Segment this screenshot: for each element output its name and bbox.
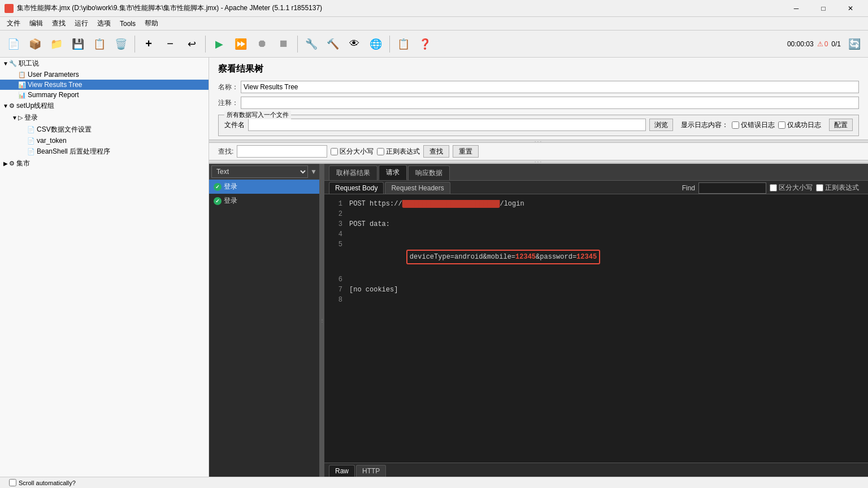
search-input[interactable] <box>237 145 327 158</box>
record-button[interactable]: ⏺ <box>252 34 272 54</box>
template-button[interactable]: 📦 <box>25 34 45 54</box>
tree-item-user-params[interactable]: 📋 User Parameters <box>0 69 209 80</box>
delete-button[interactable]: 🗑️ <box>111 34 131 54</box>
case-sensitive-check[interactable]: 区分大小写 <box>331 147 374 156</box>
item-icon: 📋 <box>18 71 26 79</box>
menu-run[interactable]: 运行 <box>70 17 93 30</box>
item-icon: 📄 <box>27 126 35 133</box>
start-button[interactable]: ▶ <box>209 34 229 54</box>
scroll-auto-check[interactable]: Scroll automatically? <box>9 479 76 486</box>
tree-item-summary-report[interactable]: 📊 Summary Report <box>0 90 209 100</box>
comment-label: 注释： <box>218 98 241 108</box>
file-input[interactable] <box>248 119 646 131</box>
new-button[interactable]: 📄 <box>3 34 24 54</box>
undo-button[interactable]: ↩ <box>181 34 202 54</box>
separator-2 <box>205 36 206 53</box>
find-input[interactable] <box>698 182 766 194</box>
tree-item-setup-group[interactable]: ▼ ⚙ setUp线程组 <box>0 100 209 112</box>
menu-edit[interactable]: 编辑 <box>25 17 47 30</box>
window-title: 集市性能脚本.jmx (D:\yibo\work\9.集市\性能脚本\集市性能脚… <box>17 3 783 13</box>
bottom-tab-raw[interactable]: Raw <box>329 465 355 477</box>
code-line-6: 6 <box>324 274 868 285</box>
maximize-button[interactable]: □ <box>810 0 836 17</box>
tab-response-data[interactable]: 响应数据 <box>408 165 450 180</box>
options-button[interactable]: 📋 <box>393 34 414 54</box>
inner-tab-request-body[interactable]: Request Body <box>329 182 384 194</box>
add-button[interactable]: + <box>138 34 159 54</box>
tree-item-view-results-tree[interactable]: 📊 View Results Tree <box>0 80 209 90</box>
line-num-6: 6 <box>329 274 342 285</box>
stop-button[interactable]: ⏹ <box>274 34 294 54</box>
menu-file[interactable]: 文件 <box>2 17 25 30</box>
mobile-num: 12345 <box>515 253 536 261</box>
comment-input[interactable] <box>241 97 859 109</box>
only-error-label: 仅错误日志 <box>741 120 775 130</box>
tree-item-login-group[interactable]: ▼ ▷ 登录 <box>0 112 209 124</box>
list-entry-1[interactable]: ✓ 登录 <box>209 194 319 208</box>
tab-request[interactable]: 请求 <box>379 165 407 180</box>
remote-button[interactable]: 👁 <box>344 34 364 54</box>
find-case-check[interactable]: 区分大小写 <box>770 183 813 193</box>
regex-check[interactable]: 正则表达式 <box>377 147 420 156</box>
scroll-auto-checkbox[interactable] <box>9 479 16 486</box>
counter-button[interactable]: 🔄 <box>844 34 865 54</box>
line-content-1: POST https://████████████████████████/lo… <box>349 199 863 209</box>
list-entry-label: 登录 <box>224 196 237 206</box>
expand-icon: ▼ <box>11 115 18 121</box>
tree-item-var-token[interactable]: 📄 var_token <box>0 136 209 146</box>
tree-item-beanshell[interactable]: 📄 BeanShell 后置处理程序 <box>0 146 209 158</box>
find-regex-check[interactable]: 正则表达式 <box>816 183 859 193</box>
tools-button[interactable]: 🔧 <box>301 34 322 54</box>
item-icon: 📄 <box>27 137 35 145</box>
code-line-2: 2 <box>324 209 868 219</box>
warn-display: ⚠ 0 <box>817 40 828 48</box>
view-type-dropdown[interactable]: Text <box>211 165 308 178</box>
name-input[interactable] <box>241 81 859 93</box>
name-row: 名称： <box>209 80 868 94</box>
menu-help[interactable]: 帮助 <box>140 17 163 30</box>
only-error-check[interactable]: 仅错误日志 <box>732 120 775 130</box>
tree-item-zhigongsuo[interactable]: ▼ 🔧 职工说 <box>0 58 209 69</box>
close-button[interactable]: ✕ <box>837 0 863 17</box>
report-button[interactable]: 🔨 <box>323 34 343 54</box>
menu-tools[interactable]: Tools <box>115 17 140 30</box>
app-icon <box>5 4 14 13</box>
file-group-legend: 所有数据写入一个文件 <box>224 111 291 119</box>
line-num-7: 7 <box>329 285 342 295</box>
file-group: 所有数据写入一个文件 文件名 浏览 显示日志内容： 仅错误日志 仅成功日志 配置 <box>218 115 859 136</box>
remote2-button[interactable]: 🌐 <box>366 34 386 54</box>
remove-button[interactable]: − <box>160 34 180 54</box>
browse-button[interactable]: 浏览 <box>649 119 673 131</box>
url-redacted: ████████████████████████ <box>402 200 500 208</box>
line-content-3: POST data: <box>349 219 863 229</box>
save-button[interactable]: 💾 <box>68 34 88 54</box>
content-pane: 取样器结果 请求 响应数据 Request Body Request Heade… <box>324 164 868 477</box>
line-content-6 <box>349 274 863 285</box>
configure-button[interactable]: 配置 <box>829 119 853 131</box>
v-resize-handle[interactable]: ⋮ <box>320 164 324 477</box>
code-line-5: 5 deviceType=android&mobile=12345&passwo… <box>324 239 868 274</box>
start-no-pause-button[interactable]: ⏩ <box>231 34 251 54</box>
tree-item-csv[interactable]: 📄 CSV数据文件设置 <box>0 124 209 136</box>
open-button[interactable]: 📁 <box>46 34 67 54</box>
list-entry-0[interactable]: ✓ 登录 <box>209 180 319 194</box>
tree-item-jishi[interactable]: ▶ ⚙ 集市 <box>0 158 209 169</box>
name-label: 名称： <box>218 82 241 92</box>
only-success-label: 仅成功日志 <box>787 120 821 130</box>
find-button[interactable]: 查找 <box>423 145 449 158</box>
inner-tab-request-headers[interactable]: Request Headers <box>385 182 450 194</box>
copy-button[interactable]: 📋 <box>89 34 110 54</box>
minimize-button[interactable]: ─ <box>783 0 809 17</box>
display-log-label: 显示日志内容： <box>681 120 728 130</box>
help-button[interactable]: ❓ <box>415 34 435 54</box>
bottom-tab-http[interactable]: HTTP <box>356 465 386 477</box>
warn-icon: ⚠ <box>817 40 823 48</box>
reset-button[interactable]: 重置 <box>453 145 479 158</box>
line-content-4 <box>349 229 863 239</box>
tree-item-label: View Results Tree <box>28 81 83 89</box>
tab-sampler-result[interactable]: 取样器结果 <box>329 165 377 180</box>
menu-options[interactable]: 选项 <box>93 17 115 30</box>
only-success-check[interactable]: 仅成功日志 <box>778 120 821 130</box>
menu-find[interactable]: 查找 <box>47 17 70 30</box>
ratio-display: 0/1 <box>831 40 841 48</box>
